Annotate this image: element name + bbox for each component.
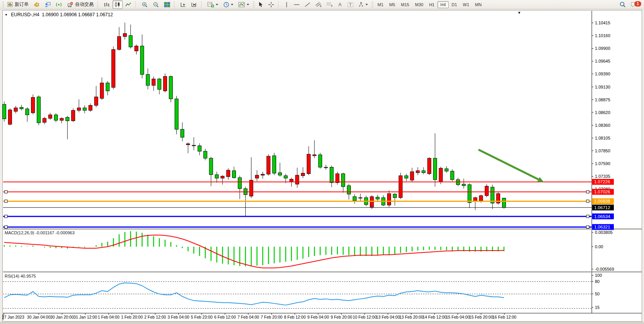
crosshair-button[interactable] — [266, 0, 276, 9]
dropdown-caret-icon — [231, 3, 234, 6]
svg-text:9 Feb 20:00: 9 Feb 20:00 — [331, 315, 352, 319]
macd-series — [4, 231, 504, 268]
timeframe-M5[interactable]: M5 — [386, 1, 398, 8]
svg-text:1.09130: 1.09130 — [595, 85, 610, 89]
terminal-button[interactable] — [43, 0, 53, 9]
svg-text:8 Feb 12:00: 8 Feb 12:00 — [284, 315, 306, 319]
svg-text:31 Jan 12:00: 31 Jan 12:00 — [73, 315, 97, 319]
line-handle[interactable] — [5, 200, 7, 203]
zoom-in-button[interactable] — [140, 0, 150, 9]
line-chart-icon — [125, 2, 132, 8]
line-handle[interactable] — [5, 191, 7, 193]
template-icon — [238, 2, 245, 8]
new-chart-icon — [207, 2, 214, 8]
svg-text:100: 100 — [595, 273, 602, 278]
new-chart-button[interactable] — [205, 0, 220, 9]
periods-button[interactable] — [221, 0, 236, 9]
chart-symbol-period: EURUSD-,H4 — [11, 12, 39, 17]
vertical-line-icon — [284, 2, 289, 8]
chart-title-collapse-icon[interactable]: ▼ — [5, 13, 8, 17]
search-button[interactable] — [617, 0, 628, 9]
new-order-button[interactable]: 新订单 — [5, 0, 31, 9]
timeframe-MN[interactable]: MN — [472, 1, 484, 8]
timeframe-H1[interactable]: H1 — [426, 1, 437, 8]
level-lines[interactable]: 1.072261.070261.068381.067121.065341.063… — [3, 179, 614, 230]
signals-button[interactable] — [54, 0, 64, 9]
vertical-line-button[interactable] — [282, 0, 291, 9]
equidistant-channel-button[interactable]: E — [313, 0, 324, 9]
bar-chart-icon — [104, 2, 110, 8]
toolbar-grip[interactable] — [253, 2, 255, 8]
svg-text:50: 50 — [595, 292, 600, 296]
svg-text:6 Feb 12:00: 6 Feb 12:00 — [214, 315, 236, 319]
svg-text:13 Feb 20:00: 13 Feb 20:00 — [399, 315, 423, 319]
svg-text:1.08105: 1.08105 — [595, 136, 610, 140]
svg-text:1 Feb 20:00: 1 Feb 20:00 — [121, 315, 143, 319]
zoom-out-button[interactable] — [151, 0, 161, 9]
svg-text:1.10415: 1.10415 — [595, 20, 610, 25]
line-handle[interactable] — [586, 226, 589, 229]
timeframe-group: M1M5M15M30H1H4D1W1MN — [375, 1, 484, 8]
timeframe-W1[interactable]: W1 — [460, 1, 472, 8]
timeframe-M30[interactable]: M30 — [412, 1, 426, 8]
svg-text:10 Feb 12:00: 10 Feb 12:00 — [353, 315, 377, 319]
candlestick-chart-button[interactable] — [113, 0, 123, 9]
auto-scroll-button[interactable] — [178, 0, 188, 9]
line-chart-button[interactable] — [123, 0, 133, 9]
tile-windows-button[interactable] — [162, 0, 172, 9]
toolbar-separator — [135, 1, 138, 8]
new-order-label: 新订单 — [15, 1, 29, 8]
auto-trading-button[interactable]: 自动交易 — [65, 0, 96, 9]
svg-text:13 Feb 04:00: 13 Feb 04:00 — [376, 315, 400, 319]
line-handle[interactable] — [586, 191, 589, 193]
horizontal-line-button[interactable] — [292, 0, 302, 9]
timeframe-M1[interactable]: M1 — [375, 1, 386, 8]
svg-text:15: 15 — [595, 305, 600, 310]
rsi-value: 40.9575 — [20, 274, 36, 278]
toolbar-separator — [278, 1, 280, 8]
svg-text:1.07335: 1.07335 — [595, 174, 610, 179]
toolbar-grip[interactable] — [372, 2, 373, 8]
timeframe-H4[interactable]: H4 — [437, 1, 448, 8]
arrows-icon — [358, 2, 364, 7]
toolbar-grip[interactable] — [2, 2, 4, 8]
svg-text:1.10160: 1.10160 — [595, 33, 610, 38]
svg-text:-0.005569: -0.005569 — [595, 267, 614, 271]
svg-text:7 Feb 20:00: 7 Feb 20:00 — [261, 315, 282, 319]
trendline-button[interactable] — [302, 0, 313, 9]
line-handle[interactable] — [586, 215, 589, 218]
timeframe-M15[interactable]: M15 — [398, 1, 412, 8]
chart-shift-marker-icon[interactable]: ▼ — [518, 11, 521, 15]
market-depth-button[interactable] — [31, 0, 42, 9]
text-button[interactable]: A — [336, 0, 345, 9]
svg-text:1.09390: 1.09390 — [595, 72, 610, 76]
svg-text:T: T — [349, 2, 352, 7]
line-handle[interactable] — [5, 226, 7, 229]
svg-text:1.09900: 1.09900 — [595, 46, 610, 51]
svg-text:1.08875: 1.08875 — [595, 97, 610, 102]
timeframe-D1[interactable]: D1 — [449, 1, 460, 8]
bar-chart-button[interactable] — [102, 0, 112, 9]
notifications-button[interactable]: 1 — [629, 0, 642, 9]
auto-trading-label: 自动交易 — [75, 1, 94, 8]
svg-text:1.08360: 1.08360 — [595, 123, 610, 128]
new-order-icon — [7, 2, 13, 7]
toolbar-separator — [97, 1, 100, 8]
crosshair-icon — [268, 2, 274, 8]
candlestick-series[interactable] — [3, 22, 506, 217]
fibonacci-button[interactable]: F — [325, 0, 335, 9]
chart-canvas[interactable]: 1.104151.101601.099001.096451.093901.091… — [0, 0, 644, 324]
ohlc-high: 1.06906 — [60, 12, 77, 17]
text-label-button[interactable]: T — [345, 0, 355, 9]
trend-arrow[interactable] — [478, 150, 544, 182]
chart-shift-button[interactable] — [189, 0, 199, 9]
rsi-indicator-label: RSI(14) 40.9575 — [5, 274, 36, 278]
templates-button[interactable] — [236, 0, 251, 9]
line-handle[interactable] — [5, 215, 7, 218]
svg-text:5 Feb 23:00: 5 Feb 23:00 — [191, 315, 212, 319]
line-handle[interactable] — [586, 200, 589, 203]
svg-text:1.06838: 1.06838 — [594, 199, 610, 203]
arrows-button[interactable] — [356, 0, 370, 9]
cursor-button[interactable] — [256, 0, 265, 9]
svg-text:1.08620: 1.08620 — [595, 110, 610, 115]
